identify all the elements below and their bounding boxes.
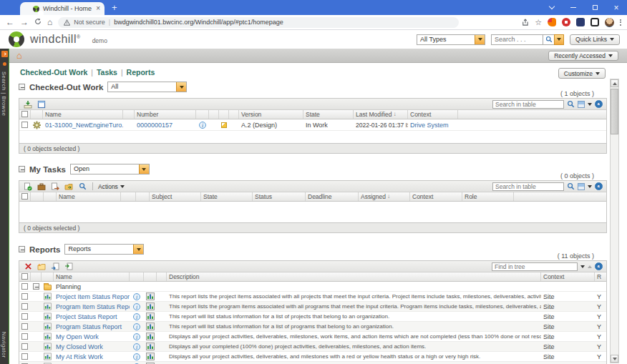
select-dropdown-button[interactable] (176, 82, 186, 92)
scroll-down-icon[interactable] (611, 355, 618, 363)
report-row[interactable]: Program Status Report i This report will… (19, 322, 606, 332)
checked-out-row[interactable]: 01-31000_NewEngineTuro.asm 0000000157 i … (19, 119, 606, 131)
table-view-icon[interactable] (578, 183, 585, 190)
col-last-modified[interactable]: Last Modified↓ (354, 110, 408, 119)
profile-avatar[interactable] (605, 18, 614, 27)
collapse-section-icon[interactable] (19, 246, 25, 252)
col-name[interactable]: Name (43, 110, 123, 119)
row-checkbox[interactable] (21, 283, 28, 290)
report-name-link[interactable]: Program Item Status Report (56, 303, 130, 310)
tab-close-icon[interactable]: × (96, 5, 100, 12)
report-name-link[interactable]: Program Status Report (56, 323, 122, 330)
info-icon[interactable]: i (199, 122, 206, 129)
select-all-checkbox[interactable] (21, 193, 28, 200)
collapse-folder-icon[interactable] (33, 283, 39, 290)
report-name-link[interactable]: Project Status Report (56, 313, 117, 320)
tab-reports[interactable]: Reports (127, 68, 155, 77)
report-name-link[interactable]: My At Risk Work (56, 353, 103, 360)
extension-o-icon[interactable] (562, 18, 570, 26)
delete-icon[interactable] (23, 262, 33, 271)
delegate-task-icon[interactable] (64, 182, 74, 191)
col-assigned[interactable]: Assigned↓ (359, 192, 410, 201)
cut-move-icon[interactable] (50, 262, 60, 271)
share-icon[interactable] (521, 19, 529, 26)
row-checkbox[interactable] (21, 313, 28, 320)
content-scrollbar[interactable] (610, 79, 619, 363)
search-in-table-input[interactable] (492, 182, 564, 191)
sidebar-expand-icon[interactable] (1, 51, 8, 57)
view-dropdown-icon[interactable] (588, 185, 592, 188)
folder-name[interactable]: Planning (54, 283, 130, 290)
browser-menu-icon[interactable] (620, 19, 621, 26)
view-report-icon[interactable] (144, 343, 157, 350)
search-in-table-icon[interactable] (567, 98, 575, 111)
col-extra[interactable]: R (595, 272, 606, 281)
row-checkbox[interactable] (21, 323, 28, 330)
view-report-icon[interactable] (144, 333, 157, 340)
url-text[interactable]: bwdgwindchill01.bwcinc.org/Windchill/app… (114, 19, 283, 26)
collapse-all-icon[interactable] (588, 265, 592, 268)
row-checkbox[interactable] (21, 333, 28, 340)
report-folder-row[interactable]: Planning (19, 282, 606, 292)
col-deadline[interactable]: Deadline (306, 192, 359, 201)
report-row[interactable]: Program Item Status Report i This report… (19, 302, 606, 312)
recently-accessed-button[interactable]: Recently Accessed (548, 51, 618, 61)
select-dropdown-button[interactable] (133, 245, 143, 254)
address-bar[interactable]: Not secure | bwdgwindchill01.bwcinc.org/… (58, 17, 459, 28)
sidebar-pin-icon[interactable] (3, 62, 6, 66)
zoom-task-icon[interactable] (77, 182, 87, 191)
col-name[interactable]: Name (54, 272, 130, 281)
window-close-button[interactable]: × (606, 0, 627, 15)
info-icon[interactable]: i (133, 313, 140, 320)
report-row[interactable]: Project Item Status Report i This report… (19, 292, 606, 302)
report-row[interactable]: My Closed Work i Displays all your compl… (19, 342, 606, 352)
global-search-input[interactable] (491, 34, 543, 45)
new-tab-button[interactable]: + (112, 2, 117, 13)
checked-out-filter-select[interactable]: All (107, 82, 187, 92)
find-in-tree-input[interactable] (492, 262, 578, 271)
reassign-task-icon[interactable] (37, 182, 47, 191)
view-report-icon[interactable] (144, 353, 157, 360)
report-name-link[interactable]: My Open Work (56, 333, 99, 340)
object-number-link[interactable]: 0000000157 (137, 122, 172, 129)
col-context[interactable]: Context (408, 110, 458, 119)
col-description[interactable]: Description (167, 272, 541, 281)
row-checkbox[interactable] (21, 303, 28, 310)
row-checkbox[interactable] (21, 343, 28, 350)
select-dropdown-button[interactable] (139, 164, 149, 174)
report-row[interactable]: My At Risk Work i Displays all your proj… (19, 352, 606, 362)
not-secure-label[interactable]: Not secure (74, 19, 105, 26)
scrollbar-thumb[interactable] (611, 89, 618, 134)
sidebar-search-browse-label[interactable]: Search | Browse (1, 72, 7, 116)
row-checkbox[interactable] (21, 353, 28, 360)
help-icon[interactable]: ? (595, 262, 603, 270)
col-context[interactable]: Context (410, 192, 462, 201)
reports-filter-select[interactable]: Reports (64, 244, 144, 255)
home-icon[interactable]: ⌂ (47, 18, 52, 26)
extension-sidebar-icon[interactable] (590, 18, 599, 26)
row-checkbox[interactable] (21, 122, 28, 128)
paste-icon[interactable] (64, 262, 74, 271)
bookmark-star-icon[interactable]: ☆ (535, 18, 542, 27)
search-in-table-icon[interactable] (567, 180, 575, 193)
customize-button[interactable]: Customize (558, 68, 606, 79)
table-view-icon[interactable] (578, 101, 585, 108)
extension-puzzle-icon[interactable] (576, 18, 585, 26)
info-icon[interactable]: i (133, 353, 140, 360)
actions-menu[interactable]: Actions (98, 183, 125, 190)
window-menu-chevron-icon[interactable] (541, 0, 563, 15)
view-report-icon[interactable] (144, 292, 157, 300)
col-name[interactable]: Name (57, 192, 121, 201)
home-tab-icon[interactable]: ⌂ (16, 51, 22, 60)
search-type-select[interactable]: All Types (417, 34, 485, 45)
info-icon[interactable]: i (133, 303, 140, 310)
col-context[interactable]: Context (541, 272, 595, 281)
tab-checked-out-work[interactable]: Checked-Out Work (20, 68, 87, 77)
info-icon[interactable]: i (133, 343, 140, 350)
col-number[interactable]: Number (135, 110, 196, 119)
report-name-link[interactable]: My Closed Work (56, 343, 103, 350)
col-status[interactable]: Status (253, 192, 306, 201)
search-icon[interactable] (543, 34, 554, 45)
report-row[interactable]: My Open Work i Displays all your project… (19, 332, 606, 342)
info-icon[interactable]: i (133, 323, 140, 330)
